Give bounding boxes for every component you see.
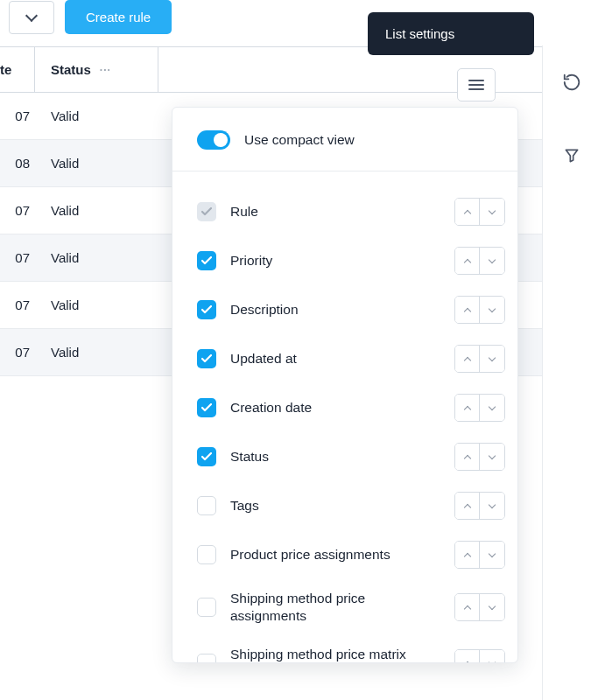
compact-view-toggle[interactable] bbox=[197, 130, 230, 150]
reorder-buttons bbox=[454, 649, 505, 662]
chevron-up-icon bbox=[463, 356, 470, 363]
reorder-buttons bbox=[454, 443, 505, 471]
chevron-down-icon bbox=[25, 9, 38, 21]
column-option: Product price assignments bbox=[197, 530, 505, 579]
column-option: Rule bbox=[197, 187, 505, 236]
create-rule-button[interactable]: Create rule bbox=[65, 0, 172, 34]
list-settings-button[interactable] bbox=[457, 68, 496, 102]
column-label: Shipping method price assignments bbox=[230, 590, 440, 625]
cell-date: 07 bbox=[0, 345, 35, 360]
chevron-up-icon bbox=[463, 258, 470, 265]
column-label: Status bbox=[230, 448, 440, 466]
column-option: Shipping method price assignments bbox=[197, 579, 505, 635]
filter-button[interactable] bbox=[559, 144, 584, 168]
ellipsis-icon: ··· bbox=[100, 64, 111, 76]
chevron-up-icon bbox=[463, 405, 470, 412]
cell-date: 07 bbox=[0, 108, 35, 123]
chevron-down-icon bbox=[489, 501, 496, 508]
column-checkbox[interactable] bbox=[197, 654, 216, 662]
chevron-up-icon bbox=[463, 552, 470, 559]
hamburger-icon bbox=[468, 80, 484, 81]
chevron-up-icon bbox=[463, 662, 470, 662]
chevron-up-icon bbox=[463, 503, 470, 510]
column-checkbox[interactable] bbox=[197, 398, 216, 417]
column-option: Creation date bbox=[197, 383, 505, 432]
column-label: Tags bbox=[230, 497, 440, 514]
move-down-button[interactable] bbox=[480, 248, 504, 274]
cell-date: 08 bbox=[0, 156, 35, 171]
move-down-button[interactable] bbox=[480, 650, 504, 662]
chevron-up-icon bbox=[463, 307, 470, 314]
refresh-icon bbox=[562, 73, 581, 92]
cell-date: 07 bbox=[0, 250, 35, 265]
chevron-down-icon bbox=[489, 550, 496, 557]
move-up-button[interactable] bbox=[455, 297, 480, 323]
column-checkbox[interactable] bbox=[197, 496, 216, 515]
move-down-button[interactable] bbox=[480, 346, 504, 372]
chevron-down-icon bbox=[489, 603, 496, 610]
list-settings-tooltip: List settings bbox=[368, 12, 534, 55]
right-rail bbox=[559, 70, 584, 168]
column-checkbox[interactable] bbox=[197, 447, 216, 466]
column-option: Description bbox=[197, 285, 505, 334]
move-down-button[interactable] bbox=[480, 199, 504, 225]
move-down-button[interactable] bbox=[480, 542, 504, 568]
column-checkbox bbox=[197, 202, 216, 221]
column-option: Priority bbox=[197, 236, 505, 285]
column-checkbox[interactable] bbox=[197, 300, 216, 319]
chevron-up-icon bbox=[463, 605, 470, 612]
column-label: Creation date bbox=[230, 399, 440, 416]
chevron-down-icon bbox=[489, 354, 496, 361]
reorder-buttons bbox=[454, 492, 505, 520]
move-up-button[interactable] bbox=[455, 594, 480, 620]
filter-icon bbox=[563, 147, 580, 164]
chevron-down-icon bbox=[489, 452, 496, 459]
column-checkbox[interactable] bbox=[197, 598, 216, 617]
move-up-button[interactable] bbox=[455, 542, 480, 568]
chevron-down-icon bbox=[489, 256, 496, 263]
move-down-button[interactable] bbox=[480, 444, 504, 470]
move-up-button[interactable] bbox=[455, 493, 480, 519]
cell-date: 07 bbox=[0, 203, 35, 218]
column-header-status[interactable]: Status ··· bbox=[35, 62, 158, 77]
reorder-buttons bbox=[454, 593, 505, 621]
reorder-buttons bbox=[454, 394, 505, 422]
column-checkbox[interactable] bbox=[197, 349, 216, 368]
column-label: Product price assignments bbox=[230, 546, 440, 564]
move-up-button[interactable] bbox=[455, 346, 480, 372]
chevron-down-icon bbox=[489, 659, 496, 662]
move-up-button[interactable] bbox=[455, 199, 480, 225]
list-settings-popover: Use compact view RulePriorityDescription… bbox=[172, 107, 518, 663]
move-up-button[interactable] bbox=[455, 395, 480, 421]
move-up-button[interactable] bbox=[455, 650, 480, 662]
move-down-button[interactable] bbox=[480, 297, 504, 323]
column-label: Description bbox=[230, 301, 440, 318]
column-label: Updated at bbox=[230, 350, 440, 368]
column-label: Rule bbox=[230, 203, 440, 220]
context-dropdown-button[interactable] bbox=[9, 1, 54, 34]
move-down-button[interactable] bbox=[480, 493, 504, 519]
column-label: Priority bbox=[230, 252, 440, 270]
column-checkbox[interactable] bbox=[197, 545, 216, 564]
chevron-down-icon bbox=[489, 207, 496, 214]
reorder-buttons bbox=[454, 345, 505, 373]
column-option: Status bbox=[197, 432, 505, 481]
move-up-button[interactable] bbox=[455, 444, 480, 470]
column-label: Shipping method price matrix assignments bbox=[230, 646, 440, 662]
chevron-down-icon bbox=[489, 305, 496, 312]
chevron-up-icon bbox=[463, 209, 470, 216]
refresh-button[interactable] bbox=[559, 70, 584, 94]
column-option: Tags bbox=[197, 481, 505, 530]
chevron-down-icon bbox=[489, 403, 496, 410]
move-down-button[interactable] bbox=[480, 395, 504, 421]
vertical-separator bbox=[542, 46, 543, 700]
cell-date: 07 bbox=[0, 298, 35, 312]
column-checkbox[interactable] bbox=[197, 251, 216, 270]
column-header-date[interactable]: te bbox=[0, 47, 35, 92]
move-down-button[interactable] bbox=[480, 594, 504, 620]
reorder-buttons bbox=[454, 296, 505, 324]
move-up-button[interactable] bbox=[455, 248, 480, 274]
reorder-buttons bbox=[454, 247, 505, 275]
popover-column-list[interactable]: RulePriorityDescriptionUpdated atCreatio… bbox=[172, 172, 517, 662]
column-option: Updated at bbox=[197, 334, 505, 383]
